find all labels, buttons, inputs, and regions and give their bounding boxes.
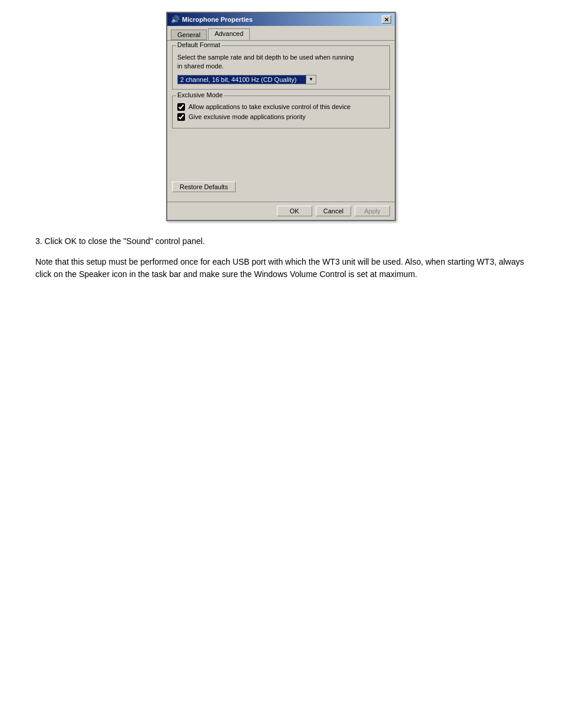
microphone-properties-dialog: 🔊 Microphone Properties ✕ General Advanc… xyxy=(166,12,396,221)
dialog-titlebar: 🔊 Microphone Properties ✕ xyxy=(167,13,395,26)
exclusive-priority-label: Give exclusive mode applications priorit… xyxy=(189,113,306,120)
desc-line1: Select the sample rate and bit depth to … xyxy=(177,54,354,61)
exclusive-control-checkbox[interactable] xyxy=(177,103,185,111)
tab-advanced[interactable]: Advanced xyxy=(208,28,250,40)
restore-defaults-button[interactable]: Restore Defaults xyxy=(172,182,236,192)
default-format-group: Default Format Select the sample rate an… xyxy=(172,45,390,90)
cancel-button[interactable]: Cancel xyxy=(316,206,351,216)
dialog-spacer xyxy=(172,134,390,182)
close-button[interactable]: ✕ xyxy=(382,15,391,24)
exclusive-priority-checkbox[interactable] xyxy=(177,113,185,121)
exclusive-priority-row: Give exclusive mode applications priorit… xyxy=(177,113,385,121)
ok-button[interactable]: OK xyxy=(277,206,312,216)
dialog-action-row: OK Cancel Apply xyxy=(167,202,395,220)
exclusive-mode-label: Exclusive Mode xyxy=(176,91,224,98)
dialog-title: 🔊 Microphone Properties xyxy=(171,15,253,24)
instruction-3: 3. Click OK to close the "Sound" control… xyxy=(35,235,205,248)
restore-defaults-section: Restore Defaults xyxy=(172,182,390,192)
format-dropdown-arrow[interactable]: ▼ xyxy=(306,75,316,84)
exclusive-mode-group: Exclusive Mode Allow applications to tak… xyxy=(172,95,390,129)
dialog-title-label: Microphone Properties xyxy=(182,16,253,23)
tab-general[interactable]: General xyxy=(171,29,207,40)
dialog-wrapper: 🔊 Microphone Properties ✕ General Advanc… xyxy=(35,12,527,221)
note-paragraph: Note that this setup must be performed o… xyxy=(35,256,524,281)
default-format-description: Select the sample rate and bit depth to … xyxy=(177,53,385,71)
format-select[interactable]: 2 channel, 16 bit, 44100 Hz (CD Quality) xyxy=(177,75,306,84)
desc-line2: in shared mode. xyxy=(177,62,224,70)
default-format-label: Default Format xyxy=(176,41,222,48)
format-dropdown-wrapper[interactable]: 2 channel, 16 bit, 44100 Hz (CD Quality)… xyxy=(177,75,385,84)
page-content: 🔊 Microphone Properties ✕ General Advanc… xyxy=(35,12,527,289)
dialog-title-icon: 🔊 xyxy=(171,15,180,24)
exclusive-mode-content: Allow applications to take exclusive con… xyxy=(177,103,385,121)
default-format-content: Select the sample rate and bit depth to … xyxy=(177,53,385,84)
dialog-tabs: General Advanced xyxy=(167,26,395,40)
dialog-body: Default Format Select the sample rate an… xyxy=(167,40,395,202)
apply-button[interactable]: Apply xyxy=(355,206,390,216)
exclusive-control-label: Allow applications to take exclusive con… xyxy=(189,103,351,110)
exclusive-control-row: Allow applications to take exclusive con… xyxy=(177,103,385,111)
